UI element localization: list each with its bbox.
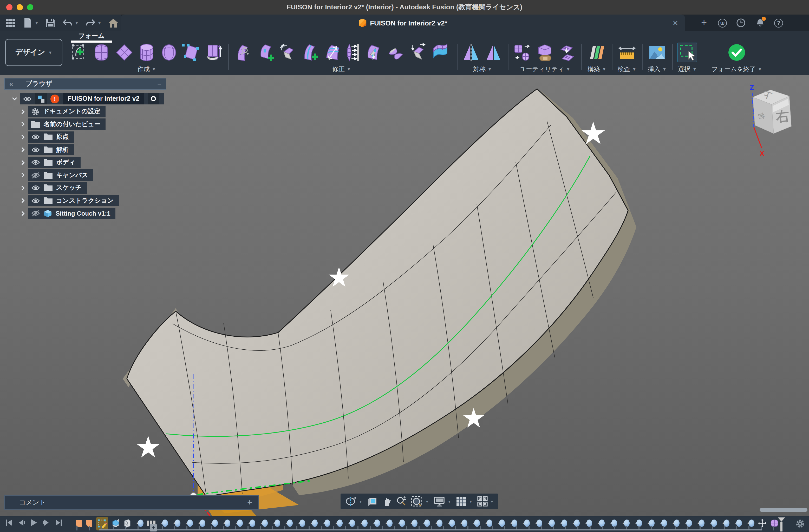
- group-label-construct[interactable]: 構築▼: [587, 65, 606, 74]
- timeline-feature-move-icon[interactable]: [496, 519, 504, 527]
- unweld-edges-icon[interactable]: [408, 42, 428, 63]
- group-label-select[interactable]: 選択▼: [678, 65, 697, 74]
- go-to-start-icon[interactable]: [4, 518, 13, 527]
- timeline-feature-move-icon[interactable]: [234, 519, 243, 527]
- file-menu-caret-icon[interactable]: ▼: [35, 21, 38, 25]
- timeline-feature-move-icon[interactable]: [359, 519, 367, 527]
- timeline-feature-move-icon[interactable]: [571, 519, 580, 527]
- browser-row-analysis[interactable]: 解析: [19, 144, 166, 155]
- browser-row-origin[interactable]: 原点: [19, 131, 166, 143]
- browser-row-canvases[interactable]: キャンバス: [19, 170, 166, 181]
- timeline-feature-move-icon[interactable]: [321, 519, 330, 527]
- eye-icon[interactable]: [31, 184, 40, 191]
- create-cylinder-icon[interactable]: [137, 42, 156, 63]
- timeline-feature-move-icon[interactable]: [346, 519, 355, 527]
- redo-icon[interactable]: [85, 18, 96, 28]
- close-tab-icon[interactable]: ✕: [671, 18, 680, 28]
- timeline-feature-move-icon[interactable]: [283, 519, 292, 527]
- timeline-feature-move-icon[interactable]: [296, 519, 305, 527]
- timeline-feature-move-icon[interactable]: [583, 519, 592, 527]
- save-icon[interactable]: [45, 18, 56, 28]
- eye-off-icon[interactable]: [31, 172, 40, 178]
- eye-icon[interactable]: [31, 197, 40, 204]
- fit-icon[interactable]: [411, 496, 423, 507]
- timeline-feature-move-icon[interactable]: [196, 519, 205, 527]
- timeline-feature-move-icon[interactable]: [745, 519, 754, 527]
- profile-avatar[interactable]: [792, 17, 803, 28]
- timeline-feature-move-icon[interactable]: [259, 519, 268, 527]
- grid-settings-icon[interactable]: [456, 496, 466, 507]
- timeline-feature-move-icon[interactable]: [558, 519, 567, 527]
- eye-icon[interactable]: [31, 134, 40, 140]
- link-status-icon[interactable]: [148, 93, 159, 104]
- step-forward-icon[interactable]: [41, 518, 50, 527]
- zoom-icon[interactable]: [396, 496, 407, 507]
- close-window-button[interactable]: [6, 4, 13, 11]
- timeline-feature-move-icon[interactable]: [658, 519, 667, 527]
- timeline-feature-move-icon[interactable]: [221, 519, 230, 527]
- new-tab-icon[interactable]: +: [699, 18, 709, 28]
- insert-point-icon[interactable]: [256, 42, 275, 63]
- chevron-right-icon[interactable]: [19, 134, 27, 140]
- workspace-selector[interactable]: デザイン ▼: [5, 39, 63, 66]
- timeline-feature-move-icon[interactable]: [720, 519, 729, 527]
- group-label-utility[interactable]: ユーティリティ▼: [519, 65, 570, 74]
- timeline-feature-move-icon[interactable]: [633, 519, 642, 527]
- help-icon[interactable]: ?: [774, 18, 783, 27]
- warning-badge-icon[interactable]: !: [50, 94, 59, 103]
- eye-icon[interactable]: [23, 95, 32, 102]
- browser-row-construction[interactable]: コンストラクション: [19, 195, 166, 206]
- undo-icon[interactable]: [63, 18, 73, 28]
- timeline-scrollbar[interactable]: [760, 508, 807, 512]
- timeline-feature-move-icon[interactable]: [546, 519, 554, 527]
- chevron-right-icon[interactable]: [19, 160, 27, 165]
- eye-icon[interactable]: [31, 146, 40, 153]
- group-label-insert[interactable]: 挿入▼: [648, 65, 667, 74]
- timeline-feature-move-icon[interactable]: [521, 519, 530, 527]
- timeline-feature-move-icon[interactable]: [433, 519, 442, 527]
- create-plane-icon[interactable]: [115, 42, 134, 63]
- timeline-feature-move-icon[interactable]: [246, 519, 255, 527]
- minimize-panel-icon[interactable]: −: [157, 80, 161, 88]
- weld-vertices-icon[interactable]: [385, 42, 405, 63]
- subdivide-icon[interactable]: [323, 42, 342, 63]
- fill-hole-icon[interactable]: [363, 42, 383, 63]
- look-at-icon[interactable]: [367, 497, 377, 506]
- timeline-playhead[interactable]: [778, 517, 785, 531]
- browser-row-document-settings[interactable]: ドキュメントの設定: [19, 106, 166, 117]
- undo-caret-icon[interactable]: ▼: [75, 21, 79, 25]
- align-icon[interactable]: [345, 42, 361, 63]
- repair-body-icon[interactable]: [535, 42, 555, 63]
- comments-bar[interactable]: コメント +: [4, 495, 259, 510]
- timeline-feature-move-icon[interactable]: [171, 519, 180, 527]
- timeline-zoom-fit-button[interactable]: +: [150, 524, 157, 531]
- go-to-end-icon[interactable]: [54, 518, 63, 527]
- timeline-feature-move-icon[interactable]: [695, 519, 704, 527]
- timeline-feature-move-icon[interactable]: [135, 519, 143, 527]
- chevron-right-icon[interactable]: [19, 122, 27, 127]
- fit-caret-icon[interactable]: ▼: [425, 499, 429, 503]
- timeline-feature-move-icon[interactable]: [708, 519, 717, 527]
- browser-row-sketches[interactable]: スケッチ: [19, 182, 166, 194]
- group-label-inspect[interactable]: 検査▼: [618, 65, 636, 74]
- timeline-feature-form-icon[interactable]: [75, 519, 82, 527]
- grid-caret-icon[interactable]: ▼: [469, 499, 472, 503]
- step-back-icon[interactable]: [17, 518, 25, 527]
- 3d-viewport[interactable]: « ブラウザ − ! FUISON for Interior2 v2: [0, 75, 809, 532]
- chevron-right-icon[interactable]: [19, 109, 27, 114]
- chevron-right-icon[interactable]: [19, 147, 27, 152]
- maximize-window-button[interactable]: [27, 4, 33, 11]
- notifications-bell-icon[interactable]: [755, 18, 765, 28]
- orbit-icon[interactable]: [345, 496, 356, 507]
- timeline-feature-move-icon[interactable]: [408, 519, 417, 527]
- mirror-symmetry-icon[interactable]: [461, 42, 481, 63]
- collapse-panel-icon[interactable]: «: [10, 80, 13, 88]
- chevron-right-icon[interactable]: [19, 211, 27, 216]
- file-menu-icon[interactable]: [22, 18, 33, 28]
- tspline-surface[interactable]: [127, 89, 628, 497]
- document-tab[interactable]: FUISON for Interior2 v2* ✕: [121, 15, 685, 31]
- display-mode-icon[interactable]: [557, 42, 577, 63]
- eye-off-icon[interactable]: [31, 210, 40, 217]
- create-face-icon[interactable]: [182, 42, 201, 63]
- create-form-sketch-icon[interactable]: [70, 42, 89, 63]
